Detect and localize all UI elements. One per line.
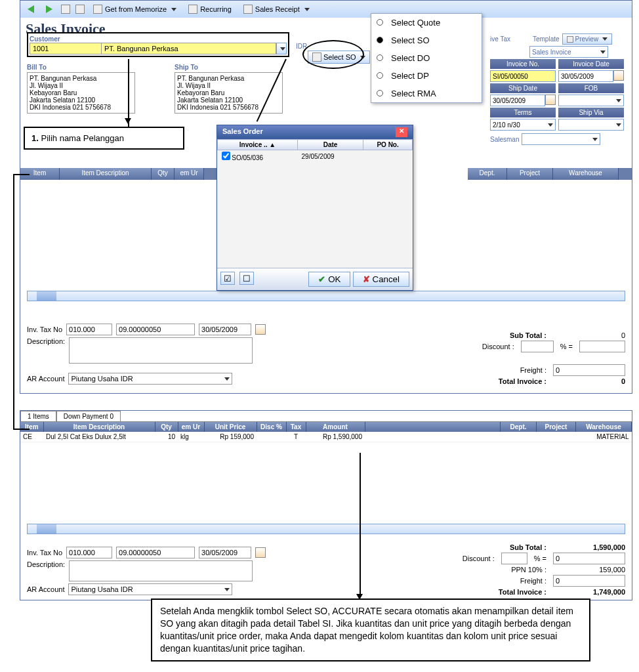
subtotal-label: Sub Total : [510, 331, 546, 339]
ship-date-input[interactable]: 30/05/2009 [490, 94, 545, 106]
uncheck-all-button[interactable]: ☐ [239, 272, 254, 285]
ar-label: AR Account [27, 375, 64, 383]
discount-amt-input-2[interactable]: 0 [553, 553, 625, 564]
fob-input[interactable] [558, 94, 624, 106]
tab-items[interactable]: 1 Items [20, 411, 56, 421]
freight-label: Freight : [520, 366, 546, 374]
col-dept: Dept. [468, 168, 507, 180]
freight-input-2[interactable]: 0 [553, 575, 625, 587]
desc-label: Description: [27, 337, 65, 345]
discount-pct-input[interactable] [521, 341, 554, 352]
invoice-no-header: Invoice No. [490, 59, 556, 69]
col-item: Item [20, 422, 43, 432]
discount-pct-input-2[interactable] [501, 553, 527, 564]
ar-input-2[interactable]: Piutang Usaha IDR [68, 583, 232, 595]
calendar-icon[interactable] [545, 94, 556, 105]
shipvia-header: Ship Via [558, 108, 624, 117]
tax2-input-2[interactable]: 09.00000050 [116, 547, 195, 558]
calendar-icon[interactable] [613, 70, 624, 81]
fob-header: FOB [558, 83, 624, 93]
calendar-icon[interactable] [255, 547, 266, 558]
col-unit: em Ur [178, 422, 204, 432]
menu-select-so[interactable]: Select SO [371, 32, 482, 49]
desc-input[interactable] [69, 337, 253, 364]
ar-input[interactable]: Piutang Usaha IDR [68, 373, 232, 385]
tax3-input-2[interactable]: 30/05/2009 [199, 547, 251, 558]
billto-address[interactable]: PT. Bangunan Perkasa Jl. Wijaya II Kebay… [27, 72, 135, 114]
shipto-address[interactable]: PT. Bangunan Perkasa Jl. Wijaya II Kebay… [175, 72, 283, 114]
salesman-input[interactable] [522, 133, 600, 145]
item-row[interactable]: CE Dul 2,5l Cat Eks Dulux 2,5lt 10 klg R… [20, 432, 632, 442]
select-source-menu: Select Quote Select SO Select DO Select … [371, 13, 482, 103]
tax1-input-2[interactable]: 010.000 [66, 547, 112, 558]
dlg-col-date[interactable]: Date [298, 140, 363, 150]
discount-amt-input[interactable] [579, 341, 625, 352]
inv-tax-label: Inv. Tax No [27, 326, 62, 333]
discount-label-2: Discount : [463, 555, 495, 562]
dlg-col-pono[interactable]: PO No. [363, 140, 413, 150]
col-desc: Item Description [43, 422, 155, 432]
invoice-date-input[interactable]: 30/05/2009 [558, 70, 613, 82]
col-dept: Dept. [501, 422, 537, 432]
tax1-input[interactable]: 010.000 [66, 324, 112, 335]
close-icon[interactable]: ✕ [396, 127, 407, 137]
menu-select-quote[interactable]: Select Quote [371, 14, 482, 32]
total-label-2: Total Invoice : [499, 588, 546, 596]
horizontal-scrollbar-2[interactable] [27, 524, 625, 534]
freight-input[interactable]: 0 [553, 364, 625, 376]
nav-back-button[interactable] [24, 4, 37, 14]
col-amount: Amount [306, 422, 365, 432]
menu-select-dp[interactable]: Select DP [371, 67, 482, 85]
col-tax: Tax [286, 422, 306, 432]
tab-down-payment[interactable]: Down Payment 0 [56, 411, 121, 421]
annotation-1: 1. Pilih nama Pelanggan [24, 127, 184, 150]
ok-button[interactable]: ✔OK [308, 272, 350, 287]
dlg-row[interactable]: SO/05/036 29/05/2009 [218, 150, 413, 163]
desc-input-2[interactable] [69, 560, 253, 581]
template-select[interactable]: Sales Invoice [529, 46, 608, 58]
get-memorize-button[interactable]: Get from Memorize [90, 3, 180, 15]
sales-receipt-button[interactable]: Sales Receipt [240, 3, 313, 15]
tax3-input[interactable]: 30/05/2009 [199, 324, 251, 335]
terms-header: Terms [490, 108, 556, 117]
subtotal-value-2: 1,590,000 [553, 543, 625, 551]
customer-code-input[interactable]: 1001 [30, 43, 102, 54]
document-icon [312, 52, 321, 62]
col-qty: Qty [152, 168, 175, 180]
col-wh: Warehouse [576, 422, 632, 432]
total-value: 0 [553, 377, 625, 385]
terms-input[interactable]: 2/10 n/30 [490, 119, 556, 131]
recurring-button[interactable]: Recurring [185, 3, 235, 15]
discount-label: Discount : [482, 343, 514, 350]
calendar-icon[interactable] [255, 324, 266, 335]
customer-name-input[interactable]: PT. Bangunan Perkasa [102, 43, 276, 54]
save-icon[interactable] [75, 5, 85, 14]
check-all-button[interactable]: ☑ [220, 272, 235, 285]
annotation-3: Setelah Anda mengklik tombol Select SO, … [151, 598, 590, 662]
dlg-row-checkbox[interactable] [222, 152, 230, 160]
select-so-button[interactable]: Select SO [308, 51, 370, 64]
currency-label: IDR [296, 43, 307, 50]
sales-order-dialog: Sales Order✕ Invoice .. ▲ Date PO No. SO… [216, 125, 413, 291]
subtotal-value: 0 [553, 331, 625, 339]
nav-fwd-button[interactable] [43, 4, 56, 14]
dialog-title: Sales Order [222, 127, 263, 137]
ppn-label: PPN 10% : [511, 566, 546, 574]
horizontal-scrollbar[interactable] [27, 291, 625, 301]
tax2-input[interactable]: 09.00000050 [116, 324, 195, 335]
col-qty: Qty [155, 422, 178, 432]
ar-label-2: AR Account [27, 585, 64, 593]
inv-tax-label-2: Inv. Tax No [27, 549, 62, 556]
menu-select-do[interactable]: Select DO [371, 49, 482, 67]
col-wh: Warehouse [553, 168, 619, 180]
menu-select-rma[interactable]: Select RMA [371, 85, 482, 102]
preview-button[interactable]: Preview [562, 33, 613, 45]
dlg-col-invoice[interactable]: Invoice .. ▲ [218, 140, 298, 150]
print-icon[interactable] [61, 5, 70, 14]
desc-label-2: Description: [27, 560, 65, 568]
cancel-button[interactable]: ✘Cancel [353, 272, 410, 287]
customer-dropdown[interactable] [276, 43, 287, 54]
invoice-no-input[interactable]: SI/05/00050 [490, 70, 556, 82]
col-project: Project [507, 168, 553, 180]
shipvia-input[interactable] [558, 119, 624, 131]
